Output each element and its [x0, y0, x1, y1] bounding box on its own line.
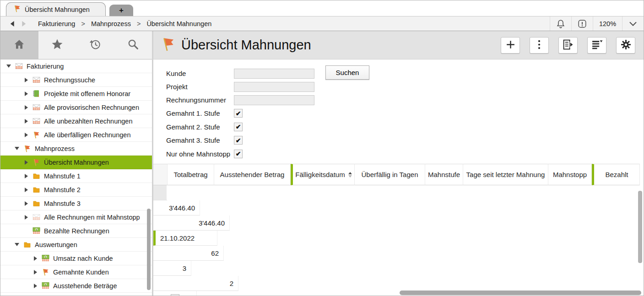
- rechnungsnummer-input[interactable]: [234, 95, 314, 105]
- tree-item-alle-unbezahlten-rechnungen[interactable]: Alle unbezahlten Rechnungen: [0, 114, 152, 128]
- tree-item-bezahlte-rechnungen[interactable]: $Bezahlte Rechnungen: [0, 224, 152, 238]
- filter-row-rechnungsnummer: Rechnungsnummer: [153, 93, 644, 107]
- expand-arrow[interactable]: [31, 284, 40, 288]
- expand-arrow[interactable]: [12, 147, 22, 150]
- expand-arrow[interactable]: [22, 78, 31, 82]
- tree-item-alle-rechnungen-mit-mahnstopp[interactable]: Alle Rechnungen mit Mahnstopp: [0, 210, 152, 224]
- tab-bar: Übersicht Mahnungen +: [0, 0, 644, 16]
- filter-label: Projekt: [166, 83, 234, 91]
- money-icon: $: [41, 282, 50, 290]
- expand-arrow[interactable]: [22, 188, 31, 192]
- triangle-right-icon: [25, 215, 28, 220]
- column-header-totalbetrag[interactable]: Totalbetrag: [168, 164, 214, 185]
- notifications-bell-icon[interactable]: [550, 16, 571, 31]
- column-header-überfällig-in-tagen[interactable]: Überfällig in Tagen: [355, 164, 425, 185]
- tree-item-fakturierung[interactable]: Fakturierung: [0, 59, 152, 73]
- list-icon: [591, 40, 603, 51]
- folder-icon: [32, 200, 41, 207]
- more-button[interactable]: [530, 37, 549, 54]
- sidebar-tab-home[interactable]: [0, 31, 38, 59]
- expand-arrow[interactable]: [22, 105, 31, 110]
- tree-item-mahnstufe-3[interactable]: Mahnstufe 3: [0, 197, 152, 210]
- back-button[interactable]: [6, 21, 18, 27]
- column-header-tage-seit-letzter-mahnung[interactable]: Tage seit letzter Mahnung: [463, 164, 548, 185]
- projekt-input[interactable]: [234, 82, 314, 92]
- expand-arrow[interactable]: [22, 91, 31, 96]
- expand-arrow[interactable]: [12, 243, 22, 246]
- sort-indicator-icon[interactable]: [348, 172, 352, 178]
- zoom-level[interactable]: 120%: [593, 16, 622, 31]
- mahnstopp-cell-checkbox[interactable]: [171, 294, 179, 296]
- nur-ohne-mahnstopp-checkbox[interactable]: [234, 150, 243, 158]
- table-vertical-scrollbar[interactable]: [638, 191, 642, 263]
- triangle-right-icon: [34, 270, 37, 274]
- column-header-bezahlt[interactable]: Bezahlt: [592, 164, 640, 185]
- tree-item-label: Fakturierung: [27, 63, 64, 70]
- sidebar-scrollbar[interactable]: [147, 209, 151, 290]
- sidebar-tab-history[interactable]: [76, 31, 114, 59]
- gemahnt-2-stufe-checkbox[interactable]: [234, 123, 243, 131]
- tree-item-rechnungssuche[interactable]: Rechnungssuche: [0, 73, 152, 87]
- tree-item-ausstehende-beträge[interactable]: $Ausstehende Beträge: [0, 279, 152, 293]
- cell-überfällig-in-tagen: 62: [153, 246, 224, 261]
- tree-item-mahnstufe-1[interactable]: Mahnstufe 1: [0, 169, 152, 183]
- search-button[interactable]: Suchen: [325, 65, 369, 80]
- expand-arrow[interactable]: [22, 133, 31, 137]
- sidebar-tab-search[interactable]: [114, 31, 152, 59]
- column-header-mahnstufe[interactable]: Mahnstufe: [425, 164, 463, 185]
- column-header-fälligkeitsdatum[interactable]: Fälligkeitsdatum: [291, 164, 355, 185]
- report-icon: [563, 39, 574, 51]
- tree-item-projekte-mit-offenem-honorar[interactable]: Projekte mit offenem Honorar: [0, 87, 152, 101]
- alerts-icon[interactable]: [571, 16, 593, 31]
- page-title: Übersicht Mahnungen: [181, 38, 311, 53]
- tree-item-alle-überfälligen-rechnungen[interactable]: Alle überfälligen Rechnungen: [0, 128, 152, 142]
- filter-check-label: Gemahnt 3. Stufe: [166, 136, 234, 144]
- tree-item-übersicht-mahnungen[interactable]: Übersicht Mahnungen: [0, 156, 152, 169]
- expand-arrow[interactable]: [31, 256, 40, 261]
- tree-item-label: Bezahlte Rechnungen: [44, 227, 109, 235]
- sidebar: FakturierungRechnungssucheProjekte mit o…: [0, 31, 153, 296]
- tree-item-mahnstufe-2[interactable]: Mahnstufe 2: [0, 183, 152, 197]
- triangle-right-icon: [34, 284, 37, 288]
- tree-item-label: Gemahnte Kunden: [53, 269, 109, 276]
- gemahnt-1-stufe-checkbox[interactable]: [234, 109, 243, 118]
- new-tab-button[interactable]: +: [109, 5, 133, 16]
- table-row[interactable]: 3'446.403'446.4021.10.20226232: [153, 185, 644, 296]
- expand-arrow[interactable]: [4, 65, 13, 68]
- kunde-input[interactable]: [234, 69, 314, 79]
- kebab-icon: [538, 39, 541, 51]
- row-selector-header[interactable]: [153, 164, 168, 185]
- tab-uebersicht-mahnungen[interactable]: Übersicht Mahnungen: [6, 2, 106, 16]
- expand-arrow[interactable]: [22, 174, 31, 178]
- flag-icon: [22, 145, 32, 152]
- column-header-ausstehender-betrag[interactable]: Ausstehender Betrag: [214, 164, 291, 185]
- tree-item-umsatz-nach-kunde[interactable]: $Umsatz nach Kunde: [0, 252, 152, 265]
- list-options-button[interactable]: [587, 37, 606, 54]
- expand-arrow[interactable]: [22, 160, 31, 165]
- tree-item-auswertungen[interactable]: Auswertungen: [0, 238, 152, 252]
- tree-item-mahnprozess[interactable]: Mahnprozess: [0, 142, 152, 156]
- cell-mahnstufe: 3: [153, 261, 191, 276]
- expand-arrow[interactable]: [22, 201, 31, 206]
- column-header-label: Tage seit letzter Mahnung: [466, 171, 545, 178]
- sidebar-tab-favorites[interactable]: [38, 31, 76, 59]
- report-button[interactable]: [558, 37, 578, 54]
- expand-arrow[interactable]: [31, 270, 40, 274]
- breadcrumb-item-übersicht-mahnungen[interactable]: Übersicht Mahnungen: [145, 20, 213, 27]
- cell-mahnstopp[interactable]: [153, 291, 197, 296]
- tree-item-alle-provisorischen-rechnungen[interactable]: Alle provisorischen Rechnungen: [0, 101, 152, 114]
- expand-arrow[interactable]: [22, 215, 31, 220]
- chevron-down-icon[interactable]: [622, 16, 644, 31]
- settings-button[interactable]: [616, 37, 635, 54]
- row-selector[interactable]: [153, 185, 168, 200]
- breadcrumb-item-fakturierung[interactable]: Fakturierung: [36, 20, 77, 27]
- tree-item-gemahnte-kunden[interactable]: Gemahnte Kunden: [0, 265, 152, 279]
- expand-arrow[interactable]: [22, 119, 31, 124]
- add-button[interactable]: [501, 37, 520, 54]
- forward-button[interactable]: [18, 21, 30, 27]
- column-header-mahnstopp[interactable]: Mahnstopp: [548, 164, 592, 185]
- breadcrumb-item-mahnprozess[interactable]: Mahnprozess: [89, 20, 133, 27]
- table-horizontal-scrollbar[interactable]: [400, 291, 641, 295]
- gemahnt-3-stufe-checkbox[interactable]: [234, 136, 243, 145]
- column-header-label: Ausstehender Betrag: [220, 171, 285, 178]
